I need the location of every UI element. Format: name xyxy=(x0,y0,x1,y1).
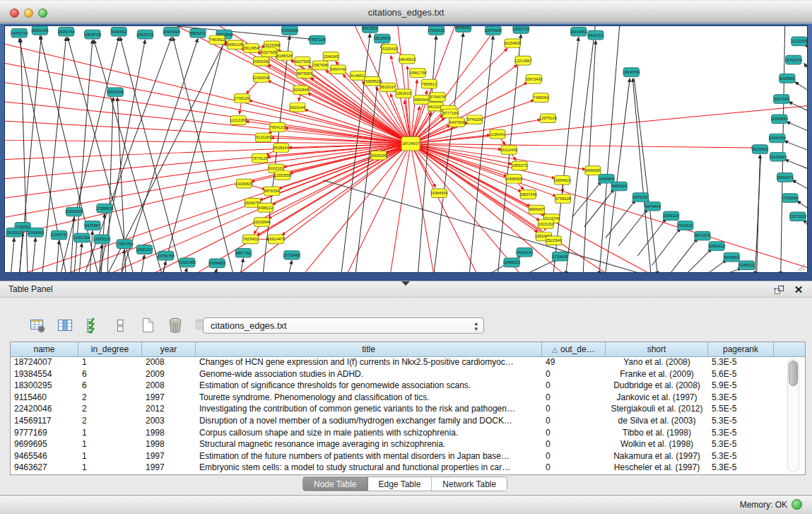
graph-edge[interactable] xyxy=(599,26,620,272)
graph-edge[interactable] xyxy=(11,238,14,272)
graph-node-label: 10988321 xyxy=(503,260,521,264)
graph-node-label: 2935114 xyxy=(664,214,678,218)
cell-out_de: 0 xyxy=(542,416,606,428)
graph-edge[interactable] xyxy=(702,260,726,272)
graph-node-label: 1859273 xyxy=(512,163,527,168)
graph-node-label: 9857791 xyxy=(236,251,252,255)
graph-node-label: 1615152 xyxy=(539,222,554,226)
table-row[interactable]: 1938455462009Genome-wide association stu… xyxy=(11,369,778,381)
network-window-titlebar[interactable]: citations_edges.txt xyxy=(0,1,812,23)
graph-node-label: 20206536 xyxy=(65,209,83,214)
graph-edge[interactable] xyxy=(632,78,651,272)
cell-short: de Silva et al. (2003) xyxy=(606,416,708,428)
graph-edge[interactable] xyxy=(716,268,741,272)
graph-edge[interactable] xyxy=(634,78,657,272)
graph-edge[interactable] xyxy=(637,218,666,255)
graph-edge[interactable] xyxy=(282,144,411,235)
column-header-year[interactable]: year xyxy=(142,342,196,356)
close-panel-icon[interactable]: ✕ xyxy=(792,284,805,296)
graph-edge[interactable] xyxy=(20,38,28,272)
graph-edge[interactable] xyxy=(795,82,807,93)
table-scrollbar-thumb[interactable] xyxy=(789,361,798,386)
graph-edge[interactable] xyxy=(5,44,411,144)
graph-edge[interactable] xyxy=(469,36,493,272)
graph-edge[interactable] xyxy=(391,144,411,272)
graph-edge[interactable] xyxy=(566,26,596,272)
graph-edge[interactable] xyxy=(163,261,166,272)
table-body: 1872400712008Changes of HCN gene express… xyxy=(11,357,778,474)
column-header-in_degree[interactable]: in_degree xyxy=(78,342,142,356)
graph-edge[interactable] xyxy=(223,43,411,144)
table-row[interactable]: 946362711997Embryonic stem cells: a mode… xyxy=(11,462,778,474)
column-header-out_de[interactable]: △out_de… xyxy=(542,342,606,356)
table-row[interactable]: 969969511998Structural magnetic resonanc… xyxy=(11,439,778,451)
graph-edge[interactable] xyxy=(618,209,647,246)
show-columns-button[interactable] xyxy=(56,316,74,334)
graph-edge[interactable] xyxy=(267,64,411,144)
graph-edge[interactable] xyxy=(411,144,586,169)
table-row[interactable]: 977716911998Corpus callosum shape and si… xyxy=(11,428,778,440)
graph-edge[interactable] xyxy=(652,228,680,265)
column-header-title[interactable]: title xyxy=(196,342,542,356)
graph-edge[interactable] xyxy=(411,144,555,178)
graph-edge[interactable] xyxy=(804,63,807,73)
graph-edge[interactable] xyxy=(5,102,411,144)
graph-edge[interactable] xyxy=(787,122,807,132)
graph-node-label: 10294853 xyxy=(208,261,226,265)
graph-edge[interactable] xyxy=(519,259,557,272)
delete-columns-button[interactable] xyxy=(166,316,184,334)
graph-node-label: 1546345 xyxy=(323,54,339,59)
graph-edge[interactable] xyxy=(19,233,23,272)
graph-edge[interactable] xyxy=(57,240,59,272)
graph-edge[interactable] xyxy=(781,26,785,272)
cell-title: Estimation of significance thresholds fo… xyxy=(196,380,542,392)
deselect-rows-button[interactable] xyxy=(111,316,129,334)
graph-edge[interactable] xyxy=(684,249,712,272)
graph-edge[interactable] xyxy=(785,160,807,170)
graph-edge[interactable] xyxy=(755,156,760,272)
graph-edge[interactable] xyxy=(71,217,74,272)
graph-edge[interactable] xyxy=(411,106,807,144)
graph-edge[interactable] xyxy=(572,182,601,218)
new-column-button[interactable] xyxy=(139,316,157,334)
graph-node-label: 12505135 xyxy=(93,237,111,241)
graph-edge[interactable] xyxy=(249,100,411,144)
table-row[interactable]: 1456911722003Disruption of a novel membe… xyxy=(11,416,778,428)
select-rows-button[interactable] xyxy=(83,316,102,334)
column-header-pagerank[interactable]: pagerank xyxy=(708,342,774,356)
column-header-name[interactable]: name xyxy=(11,342,78,356)
table-options-button[interactable] xyxy=(28,316,47,334)
graph-node-label: 12975105 xyxy=(539,116,557,120)
graph-edge[interactable] xyxy=(784,141,807,151)
graph-edge[interactable] xyxy=(288,260,292,272)
graph-edge[interactable] xyxy=(162,40,225,272)
column-header-short[interactable]: short xyxy=(606,342,708,356)
cell-pagerank: 5.9E-5 xyxy=(708,380,774,392)
table-row[interactable]: 946554611997Estimation of the future num… xyxy=(11,451,778,463)
tab-node-table[interactable]: Node Table xyxy=(303,477,368,491)
table-scrollbar[interactable] xyxy=(787,358,799,472)
tab-edge-table[interactable]: Edge Table xyxy=(368,477,433,491)
table-row[interactable]: 911546021997Tourette syndrome. Phenomeno… xyxy=(11,392,778,404)
network-canvas[interactable]: 2405572430691406180527641063572991868522… xyxy=(5,26,807,272)
graph-edge[interactable] xyxy=(792,180,807,191)
graph-edge[interactable] xyxy=(173,37,235,272)
graph-edge[interactable] xyxy=(240,259,243,272)
graph-edge[interactable] xyxy=(107,98,113,272)
table-row[interactable]: 2242004622012Investigating the contribut… xyxy=(11,404,778,416)
table-row[interactable]: 1830029562008Estimation of significance … xyxy=(11,380,778,392)
graph-edge[interactable] xyxy=(797,201,807,211)
table-source-select[interactable]: citations_edges.txt ▴▾ xyxy=(203,317,484,334)
cell-in_degree: 2 xyxy=(78,392,142,404)
graph-edge[interactable] xyxy=(184,268,187,272)
memory-ok-icon[interactable] xyxy=(792,499,802,510)
graph-edge[interactable] xyxy=(32,238,35,272)
float-panel-icon[interactable] xyxy=(772,284,785,296)
graph-edge[interactable] xyxy=(28,144,411,272)
graph-edge[interactable] xyxy=(584,189,614,226)
graph-edge[interactable] xyxy=(141,255,144,272)
table-row[interactable]: 1872400712008Changes of HCN gene express… xyxy=(11,357,778,369)
splitter-handle-icon[interactable] xyxy=(401,281,410,286)
tab-network-table[interactable]: Network Table xyxy=(432,477,507,491)
graph-edge[interactable] xyxy=(213,269,217,272)
